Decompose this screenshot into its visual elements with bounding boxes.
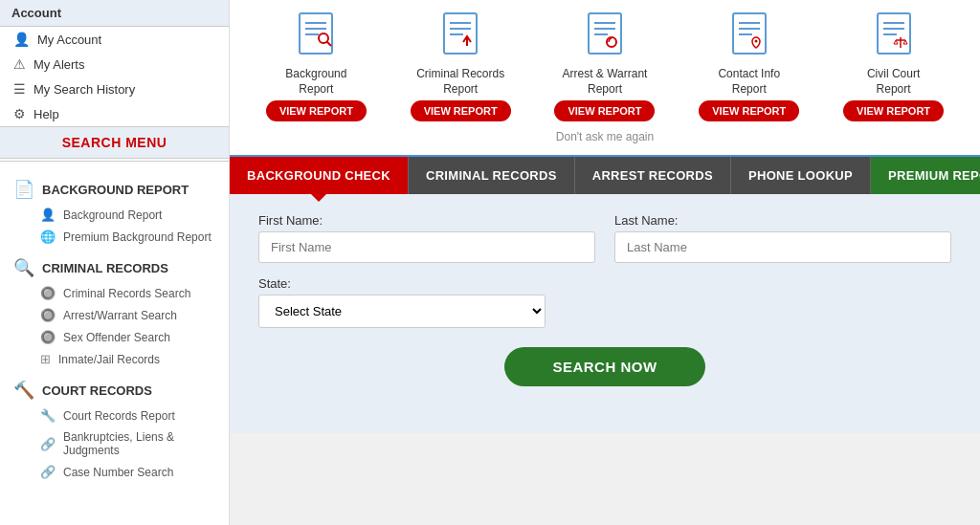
sidebar-my-alerts[interactable]: ⚠ My Alerts — [0, 52, 229, 77]
tab-premium-report[interactable]: PREMIUM REPORT — [871, 157, 980, 194]
sidebar-link-premium-background[interactable]: 🌐 Premium Background Report — [0, 226, 229, 248]
help-icon: ⚙ — [13, 106, 26, 121]
tabs-bar: BACKGROUND CHECK CRIMINAL RECORDS ARREST… — [230, 157, 980, 194]
search-history-label: My Search History — [33, 82, 135, 97]
criminal-search-label: Criminal Records Search — [63, 287, 190, 300]
search-menu-header: SEARCH MENU — [0, 126, 229, 159]
court-report-label: Court Records Report — [63, 409, 175, 423]
first-name-label: First Name: — [258, 213, 595, 228]
criminal-section-label: CRIMINAL RECORDS — [42, 261, 168, 275]
view-report-contact-btn[interactable]: VIEW REPORT — [699, 100, 799, 121]
top-menu-list: 👤 My Account ⚠ My Alerts ☰ My Search His… — [0, 27, 229, 126]
last-name-label: Last Name: — [614, 213, 951, 228]
sidebar-link-criminal-search[interactable]: 🔘 Criminal Records Search — [0, 282, 229, 304]
search-form-section: First Name: Last Name: State: Select Sta… — [230, 194, 980, 433]
premium-background-link-label: Premium Background Report — [63, 230, 212, 244]
history-icon: ☰ — [13, 81, 26, 97]
tab-phone-lookup-label: PHONE LOOKUP — [748, 168, 853, 183]
sex-offender-label: Sex Offender Search — [63, 331, 170, 344]
background-report-icon — [292, 10, 340, 63]
person-icon: 👤 — [13, 32, 30, 47]
tab-background-check-label: BACKGROUND CHECK — [247, 168, 390, 183]
alert-icon: ⚠ — [13, 56, 26, 72]
tab-criminal-records-label: CRIMINAL RECORDS — [426, 168, 557, 183]
criminal-report-label: Criminal RecordsReport — [416, 67, 504, 97]
grid-icon: ⊞ — [40, 352, 51, 366]
sidebar-link-arrest-warrant[interactable]: 🔘 Arrest/Warrant Search — [0, 304, 229, 326]
name-fields-row: First Name: Last Name: — [258, 213, 951, 263]
tab-criminal-records[interactable]: CRIMINAL RECORDS — [409, 157, 575, 194]
state-row: State: Select State Alabama Alaska Arizo… — [258, 276, 951, 328]
sidebar-link-background-report[interactable]: 👤 Background Report — [0, 204, 229, 226]
sidebar-link-sex-offender[interactable]: 🔘 Sex Offender Search — [0, 326, 229, 348]
tab-arrest-records[interactable]: ARREST RECORDS — [575, 157, 731, 194]
person-link-icon: 👤 — [40, 208, 56, 222]
sidebar-link-court-report[interactable]: 🔧 Court Records Report — [0, 405, 229, 427]
case-number-label: Case Number Search — [63, 466, 173, 479]
sidebar-link-case-number[interactable]: 🔗 Case Number Search — [0, 461, 229, 483]
report-card-background: BackgroundReport VIEW REPORT — [258, 10, 373, 121]
inmate-label: Inmate/Jail Records — [58, 353, 160, 366]
sidebar-my-account[interactable]: 👤 My Account — [0, 27, 229, 52]
sidebar: Account 👤 My Account ⚠ My Alerts ☰ My Se… — [0, 0, 230, 525]
last-name-input[interactable] — [614, 231, 951, 263]
search-now-button[interactable]: SEARCH NOW — [504, 347, 704, 386]
globe-link-icon: 🌐 — [40, 230, 56, 244]
dot-icon-1: 🔘 — [40, 286, 56, 300]
sidebar-link-bankruptcies[interactable]: 🔗 Bankruptcies, Liens & Judgments — [0, 427, 229, 461]
report-cards-row: BackgroundReport VIEW REPORT Criminal Re… — [249, 10, 961, 121]
state-label: State: — [258, 276, 951, 291]
criminal-section-icon: 🔍 — [13, 257, 34, 278]
dot-icon-2: 🔘 — [40, 308, 56, 322]
criminal-report-icon — [436, 10, 484, 63]
report-card-civil: Civil CourtReport VIEW REPORT — [836, 10, 951, 121]
tab-arrest-records-label: ARREST RECORDS — [592, 168, 713, 183]
civil-report-label: Civil CourtReport — [867, 67, 920, 97]
background-section-label: BACKGROUND REPORT — [42, 183, 189, 197]
main-content: BackgroundReport VIEW REPORT Criminal Re… — [230, 0, 980, 525]
arrest-warrant-label: Arrest/Warrant Search — [63, 309, 177, 322]
wrench-icon: 🔧 — [40, 408, 56, 423]
tab-background-check[interactable]: BACKGROUND CHECK — [230, 157, 409, 194]
svg-point-20 — [754, 40, 757, 43]
court-section-icon: 🔨 — [13, 380, 34, 401]
tab-premium-report-label: PREMIUM REPORT — [888, 168, 980, 183]
last-name-group: Last Name: — [614, 213, 951, 263]
state-select[interactable]: Select State Alabama Alaska Arizona Cali… — [258, 295, 546, 328]
sidebar-section-court: 🔨 COURT RECORDS — [0, 370, 229, 405]
sidebar-section-background: 📄 BACKGROUND REPORT — [0, 169, 229, 204]
contact-report-label: Contact InfoReport — [718, 67, 780, 97]
account-label: Account — [11, 6, 61, 20]
my-alerts-label: My Alerts — [33, 57, 84, 72]
sidebar-link-inmate[interactable]: ⊞ Inmate/Jail Records — [0, 348, 229, 370]
background-report-label: BackgroundReport — [285, 67, 346, 97]
tab-phone-lookup[interactable]: PHONE LOOKUP — [731, 157, 871, 194]
dont-ask-link[interactable]: Don't ask me again — [556, 130, 654, 143]
first-name-input[interactable] — [258, 231, 595, 263]
bankruptcies-label: Bankruptcies, Liens & Judgments — [63, 430, 215, 457]
arrest-report-icon — [581, 10, 629, 63]
dot-icon-3: 🔘 — [40, 330, 56, 344]
view-report-background-btn[interactable]: VIEW REPORT — [266, 100, 367, 121]
view-report-arrest-btn[interactable]: VIEW REPORT — [554, 100, 655, 121]
view-report-criminal-btn[interactable]: VIEW REPORT — [411, 100, 511, 121]
link-icon-2: 🔗 — [40, 465, 56, 479]
link-icon-1: 🔗 — [40, 437, 56, 451]
state-group: State: Select State Alabama Alaska Arizo… — [258, 276, 951, 328]
background-section-icon: 📄 — [13, 179, 34, 200]
help-label: Help — [33, 107, 59, 121]
my-account-label: My Account — [37, 33, 101, 47]
sidebar-section-criminal: 🔍 CRIMINAL RECORDS — [0, 248, 229, 282]
sidebar-search-history[interactable]: ☰ My Search History — [0, 77, 229, 101]
sidebar-top: Account — [0, 0, 229, 27]
report-card-criminal: Criminal RecordsReport VIEW REPORT — [403, 10, 518, 121]
report-cards-section: BackgroundReport VIEW REPORT Criminal Re… — [230, 0, 980, 157]
contact-report-icon — [725, 10, 773, 63]
first-name-group: First Name: — [258, 213, 595, 263]
view-report-civil-btn[interactable]: VIEW REPORT — [843, 100, 944, 121]
report-card-contact: Contact InfoReport VIEW REPORT — [692, 10, 807, 121]
civil-report-icon — [870, 10, 918, 63]
sidebar-help[interactable]: ⚙ Help — [0, 101, 229, 126]
court-section-label: COURT RECORDS — [42, 383, 152, 398]
report-card-arrest: Arrest & WarrantReport VIEW REPORT — [547, 10, 662, 121]
